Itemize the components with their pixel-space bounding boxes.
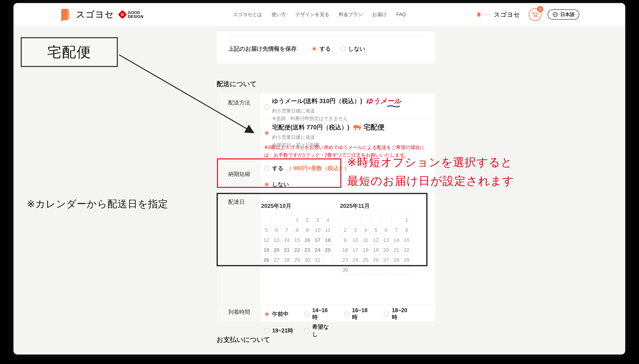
nav-item[interactable]: お届け <box>372 11 387 18</box>
radio-label: 16~18時 <box>352 307 373 321</box>
account-label[interactable]: スゴヨセ <box>494 10 520 19</box>
calendar-empty-cell <box>361 265 371 275</box>
radio-icon <box>311 46 317 52</box>
calendar-empty-cell <box>381 265 391 275</box>
nav-item[interactable]: 使い方 <box>271 11 286 18</box>
radio-label: 希望なし <box>312 323 333 338</box>
red-annotation-line1: ※時短オプションを選択すると <box>347 155 513 170</box>
red-annotation-line2: 最短のお届け日が設定されます <box>347 174 514 189</box>
method-note: ※追跡、到着日時指定はできません <box>272 115 431 122</box>
calendar-annotation-box <box>217 193 428 266</box>
radio-label: 午前中 <box>272 310 289 318</box>
nav-item[interactable]: 料金プラン <box>339 11 363 18</box>
annotation-arrow <box>107 46 260 141</box>
save-address-radio[interactable]: する <box>311 45 331 52</box>
arrival-time-radio[interactable]: 18~20時 <box>384 307 413 321</box>
site-header: スゴヨセ G GOOD DESIGN スゴヨセとは使い方デザインを見る料金プラン… <box>14 3 625 26</box>
radio-label: 14~16時 <box>312 307 333 321</box>
language-label: 日本語 <box>560 11 574 18</box>
mini-book-icon <box>477 12 480 16</box>
radio-icon <box>341 46 346 52</box>
truck-icon <box>353 124 362 130</box>
radio-label: 18~20時 <box>392 307 413 321</box>
divider <box>264 120 430 120</box>
method-note: 約５営業日後に発送 <box>272 134 431 140</box>
calendar-empty-cell <box>350 265 361 275</box>
radio-label: 19~21時 <box>272 327 293 334</box>
arrival-time-label: 到着時間 <box>228 308 250 316</box>
radio-label: する <box>320 45 331 52</box>
calendar-day: 30 <box>340 265 350 275</box>
divider <box>228 36 424 36</box>
cart-badge: 1 <box>537 6 543 12</box>
radio-icon <box>264 104 269 110</box>
takuhai-annotation-box: 宅配便 <box>21 37 118 67</box>
method-title: ゆうメール(送料 310円（税込）) <box>272 97 362 105</box>
radio-label: しない <box>348 45 365 52</box>
save-address-radio-group: するしない <box>311 45 365 52</box>
takuhai-logo: 宅配便 <box>353 122 385 132</box>
arrival-time-radio[interactable]: 午前中 <box>264 307 293 321</box>
calendar-empty-cell <box>402 265 412 275</box>
header-mini-logo[interactable]: スゴヨセ <box>477 12 490 16</box>
radio-icon <box>264 312 269 317</box>
radio-icon <box>304 328 309 333</box>
radio-icon <box>264 328 269 333</box>
takuhai-annotation-label: 宅配便 <box>47 43 91 62</box>
calendar-empty-cell <box>391 265 402 275</box>
nav-item[interactable]: FAQ <box>396 12 406 17</box>
method-note: 約５営業日後に発送 <box>272 108 431 114</box>
mini-logo-caption: スゴヨセ <box>482 13 490 16</box>
shipping-method-option[interactable]: ゆうメール(送料 310円（税込）)ゆうメール 約５営業日後に発送※追跡、到着日… <box>264 96 431 122</box>
nav-item[interactable]: スゴヨセとは <box>233 11 262 18</box>
language-button[interactable]: 日本語 <box>548 10 579 20</box>
cart-icon <box>531 11 539 18</box>
arrival-time-row: 到着時間 午前中14~16時16~18時18~20時19~21時希望なし <box>217 305 436 322</box>
arrival-time-radio[interactable]: 14~16時 <box>304 307 333 321</box>
expedite-annotation-box <box>217 158 341 188</box>
cart-button[interactable]: 1 <box>529 8 541 21</box>
arrival-time-radio[interactable]: 希望なし <box>304 323 333 338</box>
radio-icon <box>384 312 389 317</box>
radio-icon <box>264 130 269 136</box>
yu-mail-logo: ゆうメール <box>366 96 401 106</box>
calendar-annotation-text: ※カレンダーから配送日を指定 <box>27 197 168 210</box>
save-address-radio[interactable]: しない <box>341 45 365 52</box>
nav-item[interactable]: デザインを見る <box>295 11 329 18</box>
radio-icon <box>304 312 309 317</box>
calendar-empty-cell <box>371 265 381 275</box>
radio-icon <box>344 312 349 317</box>
arrival-time-radio[interactable]: 16~18時 <box>344 307 373 321</box>
yu-mail-wave-icon <box>387 105 401 107</box>
method-title: 宅配便(送料 770円（税込）) <box>272 123 350 132</box>
globe-icon <box>552 12 558 18</box>
header-right: スゴヨセ スゴヨセ 1 日本語 <box>477 3 579 26</box>
payment-section-heading: お支払いについて <box>217 335 270 344</box>
